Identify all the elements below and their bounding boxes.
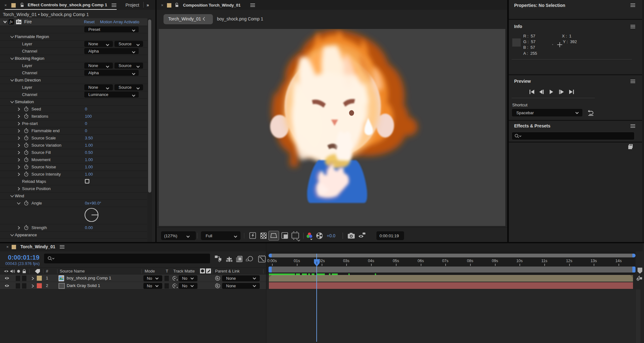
- svg-text:+0.0: +0.0: [327, 233, 336, 238]
